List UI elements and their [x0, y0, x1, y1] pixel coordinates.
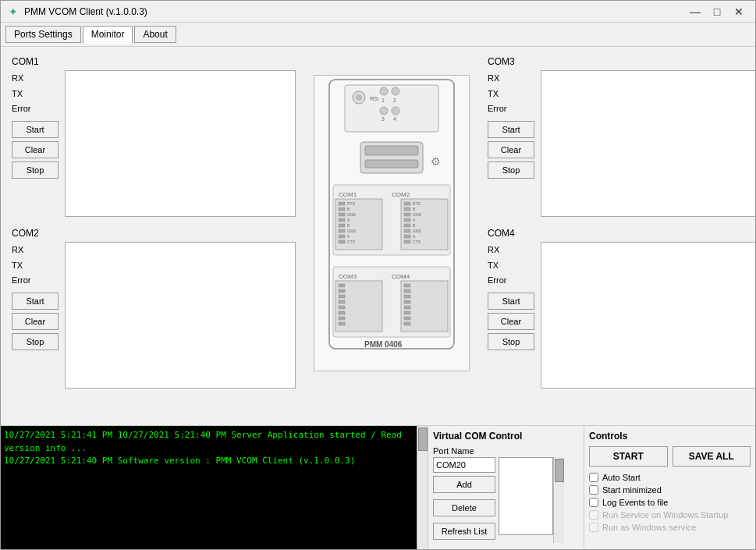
com2-stop-button[interactable]: Stop	[12, 333, 59, 350]
controls-start-button[interactable]: START	[589, 446, 668, 467]
svg-text:1: 1	[382, 98, 385, 103]
com2-clear-button[interactable]: Clear	[12, 313, 59, 330]
com4-rx: RX	[488, 243, 534, 257]
com2-tx: TX	[12, 259, 59, 273]
com2-textarea[interactable]	[65, 242, 296, 389]
log-container: 10/27/2021 5:21:41 PM 10/27/2021 5:21:40…	[1, 426, 428, 550]
com1-label: COM1	[12, 56, 296, 67]
run-as-windows-service-checkbox	[589, 523, 598, 532]
com4-clear-button[interactable]: Clear	[488, 313, 534, 330]
svg-rect-27	[339, 235, 345, 238]
auto-start-checkbox[interactable]	[589, 473, 598, 482]
com3-rx: RX	[488, 72, 534, 86]
svg-text:PMM 0406: PMM 0406	[364, 340, 403, 349]
svg-point-9	[380, 107, 388, 115]
svg-rect-22	[339, 208, 345, 211]
com1-start-button[interactable]: Start	[12, 121, 59, 138]
add-button[interactable]: Add	[433, 476, 495, 493]
com3-tx: TX	[488, 87, 534, 101]
com2-start-button[interactable]: Start	[12, 293, 59, 310]
com1-stop-button[interactable]: Stop	[12, 161, 59, 179]
com4-start-button[interactable]: Start	[488, 293, 534, 310]
com1-panel: COM1 RX TX Error Start Clear Stop	[5, 51, 302, 223]
svg-point-3	[356, 94, 362, 101]
svg-rect-74	[404, 322, 410, 325]
com1-rx: RX	[12, 72, 59, 86]
com4-stop-button[interactable]: Stop	[488, 333, 534, 350]
minimize-button[interactable]: —	[685, 4, 705, 20]
svg-rect-41	[404, 218, 410, 222]
refresh-list-button[interactable]: Refresh List	[433, 523, 495, 540]
svg-rect-72	[404, 311, 410, 314]
svg-text:COM4: COM4	[392, 273, 410, 280]
svg-text:RTS: RTS	[347, 201, 356, 206]
com4-tx: TX	[488, 259, 534, 273]
svg-rect-28	[339, 240, 345, 243]
com1-clear-button[interactable]: Clear	[12, 141, 59, 158]
svg-rect-65	[339, 322, 345, 325]
com3-textarea[interactable]	[541, 70, 756, 217]
vcom-scrollbar-thumb[interactable]	[555, 459, 564, 482]
svg-text:3: 3	[382, 116, 385, 122]
com2-rx: RX	[12, 243, 59, 257]
svg-rect-44	[404, 235, 410, 238]
svg-rect-60	[339, 295, 345, 298]
svg-rect-21	[339, 202, 345, 205]
svg-rect-59	[339, 289, 345, 293]
tab-monitor[interactable]: Moinitor	[83, 26, 133, 44]
run-as-windows-service-label: Run as Windows service	[602, 523, 696, 532]
com3-clear-button[interactable]: Clear	[488, 141, 534, 158]
svg-text:RS: RS	[370, 95, 378, 102]
com1-textarea[interactable]	[65, 70, 296, 217]
svg-text:CTS: CTS	[347, 240, 356, 244]
com3-stop-button[interactable]: Stop	[488, 161, 534, 179]
com3-stats: RX TX Error	[488, 70, 534, 116]
svg-rect-58	[339, 284, 345, 287]
start-minimized-row: Start minimized	[589, 485, 751, 495]
title-bar-text: PMM VCOM Client (v.1.0.0.3)	[24, 6, 685, 17]
svg-rect-43	[404, 229, 410, 232]
svg-rect-67	[404, 284, 410, 287]
svg-rect-24	[339, 218, 345, 222]
log-scrollbar-thumb[interactable]	[418, 428, 428, 451]
svg-text:COM3: COM3	[339, 273, 357, 280]
svg-text:CTS: CTS	[413, 240, 421, 244]
auto-start-row: Auto Start	[589, 473, 751, 482]
run-service-startup-checkbox	[589, 510, 598, 520]
svg-text:GND: GND	[347, 212, 357, 217]
log-scrollbar[interactable]	[417, 426, 428, 550]
vcom-list-scrollbar[interactable]	[553, 457, 564, 543]
close-button[interactable]: ✕	[729, 4, 749, 20]
app-icon: ✦	[7, 5, 20, 18]
log-events-checkbox[interactable]	[589, 498, 598, 507]
com4-textarea[interactable]	[541, 242, 756, 389]
controls-main-buttons: START SAVE ALL	[589, 446, 751, 467]
com2-error: Error	[12, 274, 59, 288]
tab-ports-settings[interactable]: Ports Settings	[5, 26, 81, 43]
com1-buttons: Start Clear Stop	[12, 121, 59, 179]
com-panels-grid: COM1 RX TX Error Start Clear Stop	[1, 47, 755, 425]
delete-button[interactable]: Delete	[433, 499, 495, 516]
port-name-input[interactable]	[433, 457, 495, 473]
bottom-section: 10/27/2021 5:21:41 PM 10/27/2021 5:21:40…	[1, 425, 755, 550]
svg-text:GND: GND	[347, 229, 357, 233]
com2-panel: COM2 RX TX Error Start Clear Stop	[5, 223, 302, 395]
com1-stats: RX TX Error	[12, 70, 59, 116]
com1-inner: RX TX Error Start Clear Stop	[12, 70, 296, 217]
com3-start-button[interactable]: Start	[488, 121, 534, 138]
tab-about[interactable]: About	[134, 26, 176, 43]
maximize-button[interactable]: □	[707, 4, 727, 20]
com3-panel: COM3 RX TX Error Start Clear Stop	[481, 51, 756, 223]
port-list[interactable]	[499, 457, 553, 535]
com2-inner: RX TX Error Start Clear Stop	[12, 242, 296, 389]
device-svg: RS 1 2 3 4 ⚙	[321, 76, 462, 357]
svg-point-6	[392, 87, 399, 95]
log-events-row: Log Events to file	[589, 498, 751, 507]
com3-buttons: Start Clear Stop	[488, 121, 534, 179]
auto-start-label: Auto Start	[602, 473, 641, 482]
start-minimized-checkbox[interactable]	[589, 485, 598, 495]
log-area: 10/27/2021 5:21:41 PM 10/27/2021 5:21:40…	[1, 426, 417, 550]
svg-rect-39	[404, 208, 410, 211]
menu-bar: Ports Settings Moinitor About	[1, 23, 755, 47]
controls-save-all-button[interactable]: SAVE ALL	[673, 446, 751, 467]
